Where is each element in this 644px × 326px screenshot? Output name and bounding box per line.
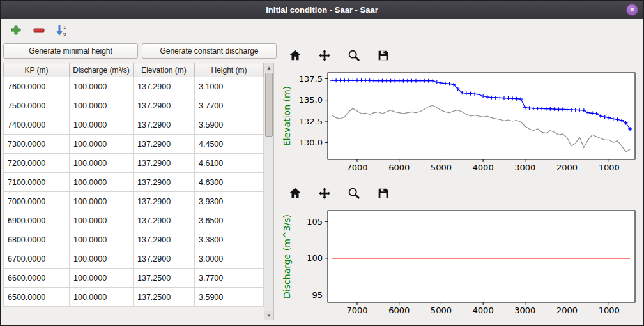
table-cell[interactable]: 3.5900	[195, 288, 264, 307]
generate-constant-discharge-button[interactable]: Generate constant discharge	[142, 43, 277, 59]
table-cell[interactable]: 7300.0000	[4, 135, 70, 154]
table-cell[interactable]: 4.6100	[195, 154, 264, 173]
svg-text:4000: 4000	[473, 163, 494, 172]
table-body: 7600.0000100.0000137.29003.10007500.0000…	[4, 77, 264, 307]
table-cell[interactable]: 3.6500	[195, 211, 264, 230]
remove-row-button[interactable]	[31, 22, 47, 38]
save-button[interactable]	[375, 47, 392, 64]
table-cell[interactable]: 3.0000	[195, 249, 264, 269]
table-cell[interactable]: 137.2500	[134, 288, 195, 307]
table-cell[interactable]: 3.7700	[195, 269, 264, 288]
table-cell[interactable]: 7600.0000	[4, 77, 70, 96]
home-button[interactable]	[287, 47, 303, 64]
table-cell[interactable]: 4.6300	[195, 173, 264, 192]
table-cell[interactable]: 6700.0000	[4, 249, 70, 269]
table-row: 7600.0000100.0000137.29003.1000	[4, 77, 264, 96]
svg-text:5000: 5000	[431, 306, 452, 315]
save-icon	[376, 186, 390, 200]
home-icon	[288, 48, 302, 63]
table-cell[interactable]: 137.2900	[134, 96, 195, 115]
titlebar[interactable]: Initial condition - Saar - Saar ✕	[1, 1, 643, 19]
column-header[interactable]: Height (m)	[195, 63, 264, 77]
table-cell[interactable]: 6800.0000	[4, 230, 70, 249]
table-cell[interactable]: 137.2900	[134, 211, 195, 230]
table-scrollbar[interactable]: ▲ ▼	[264, 63, 274, 320]
column-header[interactable]: Discharge (m³/s)	[70, 63, 134, 77]
table-cell[interactable]: 7200.0000	[4, 154, 70, 173]
svg-text:137.5: 137.5	[299, 74, 323, 84]
pan-button[interactable]	[316, 47, 333, 64]
pan-button[interactable]	[316, 185, 333, 202]
close-button[interactable]: ✕	[626, 4, 638, 16]
table-cell[interactable]: 137.2900	[134, 135, 195, 154]
generate-minimal-height-button[interactable]: Generate minimal height	[3, 43, 138, 59]
zoom-button[interactable]	[346, 185, 362, 202]
scrollbar-thumb[interactable]	[265, 73, 273, 137]
table-cell[interactable]: 4.4500	[195, 135, 264, 154]
discharge-plot[interactable]: 700060005000400030002000100095100105Disc…	[280, 207, 638, 320]
table-cell[interactable]: 3.3800	[195, 230, 264, 249]
table-cell[interactable]: 3.5900	[195, 115, 264, 135]
main-content: Generate minimal height Generate constan…	[1, 41, 643, 325]
table-cell[interactable]: 137.2900	[134, 192, 195, 211]
elevation-plot[interactable]: 7000600050004000300020001000130.0132.513…	[280, 69, 638, 177]
table-cell[interactable]: 100.0000	[70, 192, 134, 211]
table-cell[interactable]: 3.9300	[195, 192, 264, 211]
table-cell[interactable]: 100.0000	[70, 96, 134, 115]
svg-text:Discharge (m^3/s): Discharge (m^3/s)	[282, 214, 292, 299]
svg-text:105: 105	[307, 217, 323, 226]
add-row-button[interactable]	[8, 22, 24, 38]
discharge-plot-section: 700060005000400030002000100095100105Disc…	[280, 180, 641, 323]
table-cell[interactable]: 100.0000	[70, 154, 134, 173]
window-title: Initial condition - Saar - Saar	[266, 5, 378, 15]
column-header[interactable]: Elevation (m)	[134, 63, 195, 77]
table-cell[interactable]: 137.2900	[134, 77, 195, 96]
home-button[interactable]	[287, 185, 303, 202]
table-cell[interactable]: 100.0000	[70, 269, 134, 288]
table-cell[interactable]: 137.2900	[134, 230, 195, 249]
table-row: 7500.0000100.0000137.29003.7700	[4, 96, 264, 115]
table-cell[interactable]: 3.7700	[195, 96, 264, 115]
sort-rows-button[interactable]: 1 9	[54, 22, 70, 38]
svg-text:135.0: 135.0	[299, 95, 323, 105]
table-cell[interactable]: 100.0000	[70, 288, 134, 307]
table-cell[interactable]: 3.1000	[195, 77, 264, 96]
table-cell[interactable]: 137.2900	[134, 249, 195, 269]
table-cell[interactable]: 137.2500	[134, 269, 195, 288]
table-row: 6800.0000100.0000137.29003.3800	[4, 230, 264, 249]
table-cell[interactable]: 6500.0000	[4, 288, 70, 307]
table-cell[interactable]: 100.0000	[70, 135, 134, 154]
save-button[interactable]	[375, 185, 392, 202]
svg-text:6000: 6000	[388, 306, 410, 315]
table-cell[interactable]: 100.0000	[70, 77, 134, 96]
table-cell[interactable]: 137.2900	[134, 154, 195, 173]
svg-text:95: 95	[312, 290, 323, 300]
table-cell[interactable]: 7500.0000	[4, 96, 70, 115]
right-panel: 7000600050004000300020001000130.0132.513…	[277, 42, 641, 325]
table-cell[interactable]: 7000.0000	[4, 192, 70, 211]
table-cell[interactable]: 7100.0000	[4, 173, 70, 192]
scroll-up-button[interactable]: ▲	[264, 63, 273, 72]
scroll-down-button[interactable]: ▼	[264, 311, 273, 320]
pan-icon	[318, 48, 332, 63]
table-cell[interactable]: 6900.0000	[4, 211, 70, 230]
svg-text:100: 100	[307, 253, 323, 263]
table-cell[interactable]: 137.2900	[134, 115, 195, 135]
sort-1-9-icon: 1 9	[56, 24, 68, 36]
zoom-button[interactable]	[346, 47, 362, 64]
svg-text:130.0: 130.0	[299, 138, 323, 147]
table-cell[interactable]: 137.2900	[134, 173, 195, 192]
initial-condition-table: KP (m)Discharge (m³/s)Elevation (m)Heigh…	[3, 63, 264, 307]
generate-buttons-row: Generate minimal height Generate constan…	[3, 43, 277, 59]
zoom-icon	[347, 48, 361, 63]
table-cell[interactable]: 100.0000	[70, 230, 134, 249]
table-cell[interactable]: 7400.0000	[4, 115, 70, 135]
table-cell[interactable]: 100.0000	[70, 249, 134, 269]
column-header[interactable]: KP (m)	[4, 63, 70, 77]
scrollbar-track[interactable]	[264, 72, 273, 311]
table-cell[interactable]: 100.0000	[70, 173, 134, 192]
table-cell[interactable]: 100.0000	[70, 115, 134, 135]
discharge-plot-toolbar	[280, 182, 641, 204]
table-cell[interactable]: 6600.0000	[4, 269, 70, 288]
table-cell[interactable]: 100.0000	[70, 211, 134, 230]
